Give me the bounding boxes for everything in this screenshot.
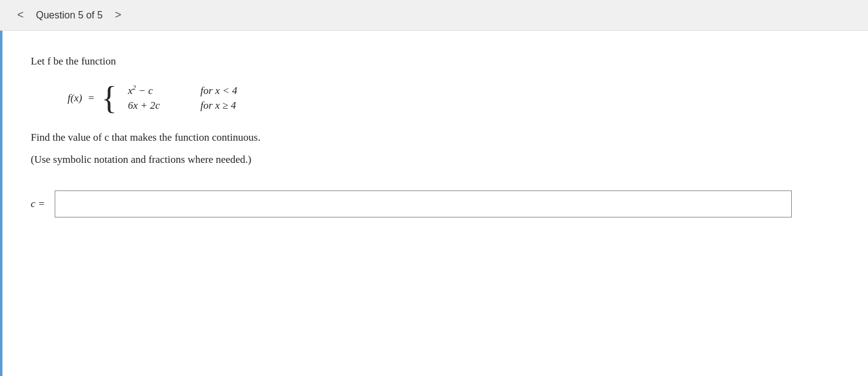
main-content-area: Let f be the function f(x) = { x2 − c fo…	[0, 31, 868, 376]
answer-input[interactable]	[55, 190, 792, 217]
equals-sign: =	[88, 92, 95, 104]
answer-row: c =	[31, 190, 837, 217]
c-equals-label: c =	[31, 198, 45, 210]
prev-arrow-button[interactable]: <	[12, 6, 29, 24]
find-text: Find the value of c that makes the funct…	[31, 131, 837, 144]
piecewise-function: f(x) = { x2 − c for x < 4 6x + 2c for x …	[68, 82, 837, 114]
case1-expression: x2 − c	[128, 84, 183, 97]
hint-text: (Use symbolic notation and fractions whe…	[31, 154, 837, 166]
intro-text: Let f be the function	[31, 55, 837, 68]
cases-container: x2 − c for x < 4 6x + 2c for x ≥ 4	[128, 84, 237, 112]
case2-condition: for x ≥ 4	[200, 100, 236, 112]
blue-accent-bar	[0, 31, 2, 376]
open-brace: {	[101, 82, 117, 114]
case-row-1: x2 − c for x < 4	[128, 84, 237, 97]
next-arrow-button[interactable]: >	[110, 6, 127, 24]
case1-condition: for x < 4	[200, 85, 237, 97]
case-row-2: 6x + 2c for x ≥ 4	[128, 100, 237, 113]
function-label: f(x)	[68, 92, 82, 104]
top-navigation-bar: < Question 5 of 5 >	[0, 0, 868, 31]
question-counter: Question 5 of 5	[36, 10, 103, 21]
case2-expression: 6x + 2c	[128, 100, 183, 112]
